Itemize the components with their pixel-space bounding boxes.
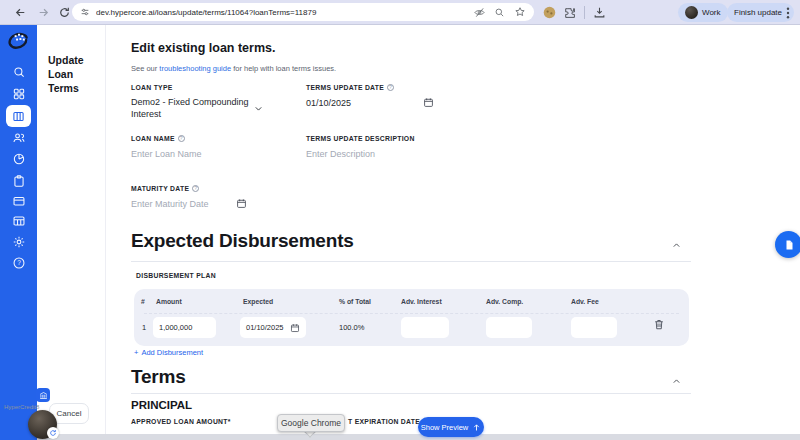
add-disbursement-label: Add Disbursement [141,348,203,357]
disbursement-table: # Amount Expected % of Total Adv. Intere… [134,289,689,346]
main-content: Edit existing loan terms. See our troubl… [105,25,800,440]
switch-icon [49,429,57,437]
amount-value: 1,000,000 [159,323,192,332]
search-icon[interactable] [12,65,26,79]
taskbar-tooltip: Google Chrome [277,414,345,432]
url-text[interactable]: dev.hypercore.ai/loans/update/terms/1106… [96,8,468,17]
profile-label: Work [702,8,721,17]
users-icon[interactable] [12,131,26,145]
calendar-icon[interactable] [236,198,247,209]
adv-comp-input[interactable] [486,317,532,338]
form-subtitle: See our troubleshooting guide for help w… [131,64,336,73]
col-header-adv-comp: Adv. Comp. [486,298,523,305]
finish-update-label: Finish update [734,8,782,17]
site-info-icon[interactable] [80,7,90,17]
disbursement-plan-label: DISBURSEMENT PLAN [136,272,216,279]
maturity-date-label: MATURITY DATE? [131,185,199,192]
sidebar-item-loans-active[interactable] [6,105,31,127]
document-icon [783,239,795,251]
show-preview-button[interactable]: Show Preview [418,417,484,437]
approved-loan-amount-label: APPROVED LOAN AMOUNT* [131,418,231,425]
loan-name-label: LOAN NAME? [131,135,185,142]
reload-icon[interactable] [58,6,71,19]
page-title: Update Loan Terms [48,53,100,96]
add-disbursement-button[interactable]: + Add Disbursement [134,348,203,357]
loan-type-label: LOAN TYPE [131,84,173,91]
expected-date-input[interactable]: 01/10/2025 [240,317,306,338]
col-header-pct: % of Total [339,298,371,305]
row-index: 1 [142,323,146,332]
terms-update-date-label: TERMS UPDATE DATE? [306,84,394,91]
screen: dev.hypercore.ai/loans/update/terms/1106… [0,0,800,440]
maturity-date-input[interactable]: Enter Maturity Date [131,199,209,209]
col-header-index: # [141,298,145,305]
profile-chip[interactable]: Work [678,3,728,22]
collapse-section-icon[interactable] [671,376,682,387]
chevron-down-icon[interactable] [253,103,264,114]
expected-disbursements-heading: Expected Disbursements [131,230,354,252]
org-icon[interactable] [36,388,50,402]
calendar-icon[interactable] [290,323,300,333]
download-icon[interactable] [593,6,606,19]
page-panel: Update Loan Terms Cancel [37,25,105,435]
zoom-icon[interactable] [494,7,505,18]
avatar-badge[interactable] [47,427,59,439]
forward-icon[interactable] [37,6,50,19]
info-icon[interactable]: ? [387,84,394,91]
table-icon[interactable] [12,214,26,228]
adv-interest-input[interactable] [401,317,449,338]
finish-update-button[interactable]: Finish update [727,3,794,22]
info-icon[interactable]: ? [178,135,185,142]
extensions-puzzle-icon[interactable] [563,6,576,19]
arrow-up-icon [472,423,481,432]
trash-icon[interactable] [653,318,665,331]
col-header-expected: Expected [243,298,273,305]
troubleshooting-guide-link[interactable]: troubleshooting guide [159,64,231,73]
sidebar: ? [0,25,37,440]
calendar-icon[interactable] [423,97,434,108]
terms-update-date-input[interactable]: 01/10/2025 [306,98,351,110]
loans-icon [12,110,25,123]
url-bar[interactable]: dev.hypercore.ai/loans/update/terms/1106… [72,3,534,21]
extension-avatar-icon[interactable] [543,6,556,19]
tracking-protection-icon[interactable] [474,7,485,18]
clipboard-icon[interactable] [12,174,26,188]
table-header-divider [144,313,679,314]
bookmark-star-icon[interactable] [514,6,526,18]
adv-fee-input[interactable] [571,317,617,338]
dashboard-icon[interactable] [12,87,26,101]
pct-of-total-value: 100.0% [339,323,364,332]
info-icon[interactable]: ? [192,185,199,192]
more-menu-icon[interactable] [786,7,790,19]
toolbar-divider [584,6,585,19]
help-icon[interactable]: ? [12,256,26,270]
col-header-adv-fee: Adv. Fee [571,298,599,305]
card-icon[interactable] [12,194,26,208]
hypercore-logo[interactable] [5,29,32,52]
loan-name-input[interactable]: Enter Loan Name [131,149,202,159]
subtitle-prefix: See our [131,64,159,73]
cancel-label: Cancel [57,409,82,418]
org-name: HyperCredit8 [4,404,88,410]
docs-fab-button[interactable] [775,231,800,258]
back-icon[interactable] [14,6,27,19]
amount-input[interactable]: 1,000,000 [153,317,216,338]
terms-heading: Terms [131,366,186,388]
form-heading: Edit existing loan terms. [131,41,275,55]
loan-type-select[interactable]: Demo2 - Fixed Compounding Interest [131,97,251,120]
pie-chart-icon[interactable] [12,152,26,166]
bottom-taskbar-edge [37,434,800,440]
col-header-adv-interest: Adv. Interest [401,298,442,305]
terms-update-description-input[interactable]: Enter Description [306,149,375,159]
section-divider [131,393,691,394]
browser-toolbar: dev.hypercore.ai/loans/update/terms/1106… [0,0,800,25]
principal-subheading: PRINCIPAL [131,399,192,411]
svg-text:?: ? [17,259,21,266]
profile-avatar [685,6,698,19]
section-divider [131,261,691,262]
expected-value: 01/10/2025 [246,323,284,332]
show-preview-label: Show Preview [421,423,469,432]
collapse-section-icon[interactable] [671,240,682,251]
settings-gear-icon[interactable] [12,235,26,249]
terms-update-description-label: TERMS UPDATE DESCRIPTION [306,135,415,142]
